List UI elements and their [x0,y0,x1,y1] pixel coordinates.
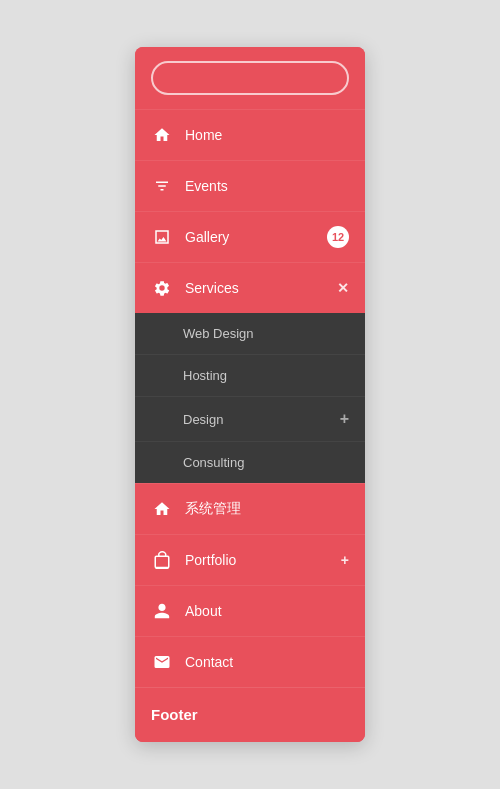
menu-item-events[interactable]: Events [135,160,365,211]
menu-label-portfolio: Portfolio [185,552,341,568]
menu-container: Home Events Gallery 12 Services ✕ Web De… [135,47,365,742]
menu-label-services: Services [185,280,337,296]
footer-label: Footer [151,706,198,723]
submenu-label-hosting: Hosting [183,368,227,383]
menu-item-gallery[interactable]: Gallery 12 [135,211,365,262]
portfolio-plus-icon[interactable]: + [341,552,349,568]
search-input[interactable] [151,61,349,95]
menu-item-portfolio[interactable]: Portfolio + [135,534,365,585]
menu-label-gallery: Gallery [185,229,327,245]
about-person-icon [151,600,173,622]
gallery-icon [151,226,173,248]
portfolio-icon [151,549,173,571]
design-plus-icon[interactable]: + [340,410,349,428]
submenu-label-web-design: Web Design [183,326,254,341]
search-bar-wrapper [135,47,365,109]
menu-item-contact[interactable]: Contact [135,636,365,687]
menu-label-admin: 系统管理 [185,500,349,518]
menu-label-about: About [185,603,349,619]
submenu-item-consulting[interactable]: Consulting [135,441,365,483]
menu-label-events: Events [185,178,349,194]
menu-item-admin[interactable]: 系统管理 [135,483,365,534]
admin-home-icon [151,498,173,520]
footer-section: Footer [135,687,365,742]
home-icon [151,124,173,146]
submenu-item-design[interactable]: Design + [135,396,365,441]
services-submenu: Web Design Hosting Design + Consulting [135,313,365,483]
submenu-label-consulting: Consulting [183,455,244,470]
menu-item-home[interactable]: Home [135,109,365,160]
gallery-badge: 12 [327,226,349,248]
submenu-item-hosting[interactable]: Hosting [135,354,365,396]
menu-item-services[interactable]: Services ✕ [135,262,365,313]
submenu-label-design: Design [183,412,223,427]
filter-icon [151,175,173,197]
services-icon [151,277,173,299]
services-close-icon[interactable]: ✕ [337,280,349,296]
submenu-item-web-design[interactable]: Web Design [135,313,365,354]
menu-item-about[interactable]: About [135,585,365,636]
menu-label-contact: Contact [185,654,349,670]
menu-label-home: Home [185,127,349,143]
contact-mail-icon [151,651,173,673]
